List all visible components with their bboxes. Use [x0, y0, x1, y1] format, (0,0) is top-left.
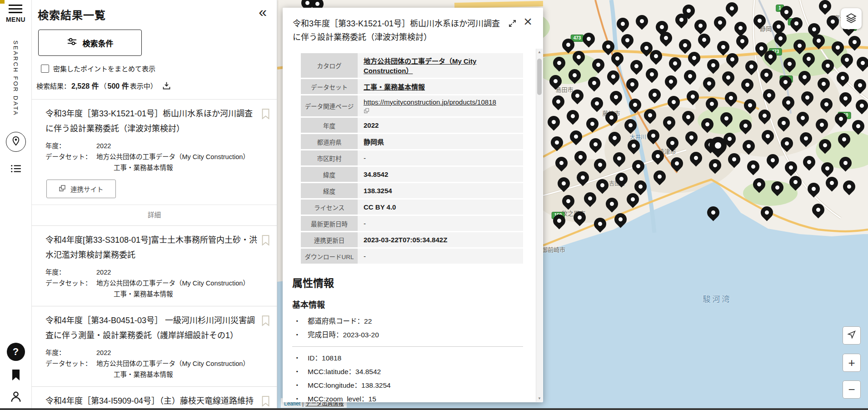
- cluster-checkbox[interactable]: [41, 65, 49, 73]
- linked-site-button[interactable]: 連携サイト: [46, 180, 116, 198]
- copy-icon[interactable]: [364, 108, 517, 114]
- dataset-value: 地方公共団体の工事データ（My City Construction）工事・業務基…: [96, 278, 249, 300]
- zoom-in-button[interactable]: +: [843, 354, 861, 372]
- result-item[interactable]: 令和4年度［第34-B0451-03号］ 一級河川杉川河川災害調査に伴う測量・設…: [32, 306, 277, 387]
- dataset-label: データセット：: [45, 278, 96, 300]
- modal-scrollbar[interactable]: ▲ ▼: [536, 49, 543, 402]
- field-label: 経度: [301, 183, 358, 198]
- modal-header: 令和3年度［第33-K1521-01号］栃山川水系ほか河川調査に伴う設計業務委託…: [283, 8, 543, 48]
- result-title[interactable]: 令和3年度［第33-K1521-01号］栃山川水系ほか河川調査に伴う設計業務委託…: [45, 106, 261, 136]
- map-search-tab[interactable]: [6, 132, 26, 152]
- result-count-total: 2,528 件: [71, 80, 99, 91]
- field-value-text[interactable]: 地方公共団体の工事データ（My City Construction）: [364, 56, 517, 75]
- scroll-up-arrow[interactable]: ▲: [536, 49, 543, 55]
- field-label: 緯度: [301, 167, 358, 182]
- basic-info-item: 都道府県コード：22: [294, 315, 523, 328]
- result-item[interactable]: 令和4年度[第33-S3108-01号]富士土木事務所管内土砂・洪水氾濫対策検討…: [32, 226, 277, 306]
- dataset-value: 地方公共団体の工事データ（My City Construction）工事・業務基…: [96, 151, 249, 173]
- field-label: 都道府県: [301, 134, 358, 149]
- map-label: 駿河湾: [703, 293, 732, 304]
- result-item[interactable]: 令和4年度［第34-I5909-04号］（主）藤枝天竜線道路維持（災害調査費）に…: [32, 387, 277, 410]
- scroll-thumb[interactable]: [537, 59, 542, 95]
- zoom-out-button[interactable]: −: [843, 380, 861, 399]
- field-label: ダウンロードURL: [301, 249, 358, 264]
- year-value: 2022: [96, 267, 111, 278]
- list-view-button[interactable]: [10, 163, 22, 176]
- list-icon: [10, 168, 22, 176]
- search-for-data-label: SEARCH FOR DATA: [12, 40, 19, 116]
- results-list: 令和3年度［第33-K1521-01号］栃山川水系ほか河川調査に伴う設計業務委託…: [32, 100, 277, 410]
- field-value-text: -: [364, 252, 517, 260]
- field-value-text[interactable]: https://mycityconstruction.jp/products/1…: [364, 98, 517, 106]
- scroll-down-arrow[interactable]: ▼: [536, 395, 543, 402]
- field-value-text: 2022: [364, 121, 517, 129]
- field-value: 2023-03-22T07:05:34.842Z: [358, 232, 523, 247]
- field-value: -: [358, 249, 523, 264]
- field-label: 最新更新日時: [301, 216, 358, 231]
- detail-modal: 令和3年度［第33-K1521-01号］栃山川水系ほか河川調査に伴う設計業務委託…: [283, 8, 543, 402]
- detail-info-item: MCC:longitude：138.3254: [294, 379, 523, 392]
- search-results-panel: 検索結果一覧 « 検索条件 密集したポイントをまとめて表示 検索結果： 2,52…: [32, 0, 277, 410]
- bookmark-toggle-icon[interactable]: [261, 395, 270, 409]
- basic-info-item: 完成日時：2023-03-20: [294, 328, 523, 342]
- modal-title: 令和3年度［第33-K1521-01号］栃山川水系ほか河川調査に伴う設計業務委託…: [293, 17, 502, 44]
- field-value-text[interactable]: 工事・業務基本情報: [364, 82, 517, 91]
- year-label: 年度：: [45, 140, 96, 151]
- field-value: 工事・業務基本情報: [358, 79, 523, 94]
- field-value: 34.8542: [358, 167, 523, 182]
- person-icon: [10, 396, 22, 404]
- expand-modal-button[interactable]: [508, 19, 517, 30]
- field-label: 連携更新日: [301, 232, 358, 247]
- close-modal-button[interactable]: ×: [524, 14, 532, 29]
- search-conditions-button[interactable]: 検索条件: [38, 30, 142, 56]
- result-title[interactable]: 令和4年度［第34-I5909-04号］（主）藤枝天竜線道路維持（災害調査費）に…: [45, 394, 261, 410]
- locate-button[interactable]: [843, 326, 861, 345]
- cluster-toggle-row[interactable]: 密集したポイントをまとめて表示: [41, 64, 269, 73]
- left-toolbar: MENU SEARCH FOR DATA ?: [0, 0, 32, 410]
- field-label: 年度: [301, 118, 358, 133]
- sliders-icon: [67, 36, 77, 49]
- dataset-label: データセット：: [45, 151, 96, 173]
- field-value-text: 138.3254: [364, 187, 517, 195]
- field-value: 地方公共団体の工事データ（My City Construction）: [358, 53, 523, 78]
- layers-button[interactable]: [841, 8, 862, 29]
- detail-toggle[interactable]: 詳細: [32, 205, 277, 219]
- basic-info-list: 都道府県コード：22完成日時：2023-03-20: [294, 315, 523, 342]
- result-title[interactable]: 令和4年度[第33-S3108-01号]富士土木事務所管内土砂・洪水氾濫対策検討…: [45, 233, 261, 263]
- menu-button[interactable]: MENU: [6, 5, 25, 23]
- bookmarks-button[interactable]: [10, 368, 21, 384]
- location-pin-icon: [11, 136, 21, 148]
- section-divider: [292, 346, 523, 347]
- field-value-text: -: [364, 220, 517, 227]
- result-meta: 年度：2022データセット：地方公共団体の工事データ（My City Const…: [45, 267, 270, 300]
- field-value-text: 静岡県: [364, 137, 517, 146]
- detail-table: カタログ地方公共団体の工事データ（My City Construction）デー…: [301, 53, 523, 264]
- layers-icon: [845, 12, 857, 25]
- field-value-text: 34.8542: [364, 170, 517, 178]
- linked-site-label: 連携サイト: [70, 184, 104, 194]
- field-value-text: CC BY 4.0: [364, 203, 517, 211]
- bookmark-toggle-icon[interactable]: [261, 315, 270, 329]
- panel-title: 検索結果一覧: [38, 6, 269, 22]
- result-title[interactable]: 令和4年度［第34-B0451-03号］ 一級河川杉川河川災害調査に伴う測量・設…: [45, 313, 261, 343]
- result-item[interactable]: 令和3年度［第33-K1521-01号］栃山川水系ほか河川調査に伴う設計業務委託…: [32, 100, 277, 226]
- hamburger-icon: [9, 5, 22, 13]
- field-value-text: -: [364, 154, 517, 162]
- field-value: 2022: [358, 118, 523, 133]
- user-account-button[interactable]: [10, 390, 22, 405]
- help-button[interactable]: ?: [7, 343, 25, 361]
- detail-info-item: MCC:zoom_level：15: [294, 392, 523, 402]
- bookmark-toggle-icon[interactable]: [261, 108, 270, 122]
- attributes-heading: 属性情報: [292, 275, 543, 290]
- collapse-panel-button[interactable]: «: [259, 5, 267, 19]
- field-label: データセット: [301, 79, 358, 94]
- bookmark-icon: [10, 375, 21, 383]
- download-results-button[interactable]: [162, 81, 171, 90]
- dataset-value: 地方公共団体の工事データ（My City Construction）工事・業務基…: [96, 358, 249, 380]
- field-value: -: [358, 150, 523, 165]
- bookmark-toggle-icon[interactable]: [261, 234, 270, 248]
- year-label: 年度：: [45, 347, 96, 358]
- search-conditions-label: 検索条件: [83, 37, 114, 49]
- basic-info-heading: 基本情報: [292, 298, 543, 310]
- corner-accent: [0, 0, 5, 4]
